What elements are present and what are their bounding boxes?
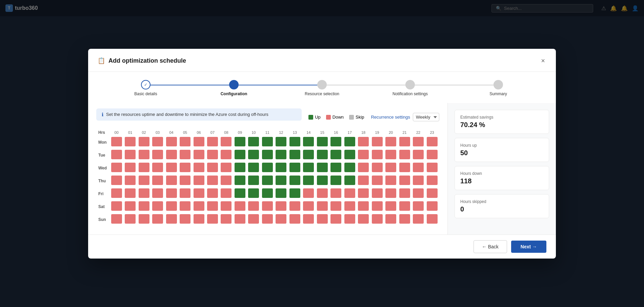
schedule-cell-block[interactable]	[399, 150, 410, 159]
table-cell[interactable]	[357, 213, 370, 226]
table-cell[interactable]	[384, 188, 397, 200]
schedule-cell-block[interactable]	[152, 201, 163, 211]
table-cell[interactable]	[384, 175, 397, 187]
table-cell[interactable]	[220, 175, 233, 187]
schedule-cell-block[interactable]	[262, 137, 273, 146]
schedule-cell-block[interactable]	[399, 176, 410, 185]
table-cell[interactable]	[316, 149, 328, 161]
schedule-cell-block[interactable]	[413, 150, 424, 159]
table-cell[interactable]	[234, 175, 246, 187]
schedule-cell-block[interactable]	[344, 150, 355, 159]
schedule-cell-block[interactable]	[427, 150, 438, 159]
next-button[interactable]: Next →	[511, 241, 546, 253]
table-cell[interactable]	[425, 201, 439, 213]
table-cell[interactable]	[288, 175, 301, 187]
table-cell[interactable]	[247, 136, 260, 148]
schedule-cell-block[interactable]	[276, 137, 286, 146]
schedule-cell-block[interactable]	[125, 214, 136, 224]
table-cell[interactable]	[206, 213, 219, 226]
schedule-cell-block[interactable]	[330, 188, 341, 198]
schedule-cell-block[interactable]	[207, 176, 218, 185]
table-cell[interactable]	[261, 188, 274, 200]
schedule-cell-block[interactable]	[221, 150, 232, 159]
table-cell[interactable]	[110, 175, 123, 187]
schedule-cell-block[interactable]	[235, 150, 245, 159]
table-cell[interactable]	[384, 201, 397, 213]
schedule-cell-block[interactable]	[235, 188, 245, 198]
schedule-cell-block[interactable]	[152, 188, 163, 198]
table-cell[interactable]	[137, 149, 150, 161]
schedule-cell-block[interactable]	[303, 201, 314, 211]
table-cell[interactable]	[343, 201, 356, 213]
table-cell[interactable]	[151, 149, 164, 161]
schedule-cell-block[interactable]	[413, 188, 424, 198]
table-cell[interactable]	[261, 175, 274, 187]
table-cell[interactable]	[316, 188, 328, 200]
table-cell[interactable]	[384, 162, 397, 174]
table-cell[interactable]	[316, 213, 328, 226]
table-cell[interactable]	[179, 175, 192, 187]
table-cell[interactable]	[137, 188, 150, 200]
table-cell[interactable]	[165, 162, 178, 174]
table-cell[interactable]	[370, 162, 383, 174]
table-cell[interactable]	[220, 136, 233, 148]
table-cell[interactable]	[288, 136, 301, 148]
schedule-cell-block[interactable]	[262, 201, 273, 211]
table-cell[interactable]	[151, 162, 164, 174]
table-cell[interactable]	[343, 188, 356, 200]
schedule-cell-block[interactable]	[166, 137, 177, 146]
schedule-cell-block[interactable]	[358, 137, 369, 146]
table-cell[interactable]	[137, 162, 150, 174]
table-cell[interactable]	[110, 188, 123, 200]
table-cell[interactable]	[412, 149, 425, 161]
table-cell[interactable]	[165, 213, 178, 226]
schedule-cell-block[interactable]	[399, 137, 410, 146]
table-cell[interactable]	[302, 149, 315, 161]
schedule-cell-block[interactable]	[139, 201, 149, 211]
schedule-cell-block[interactable]	[276, 150, 286, 159]
table-cell[interactable]	[384, 149, 397, 161]
table-cell[interactable]	[179, 136, 192, 148]
schedule-cell-block[interactable]	[427, 188, 438, 198]
schedule-cell-block[interactable]	[248, 163, 259, 172]
schedule-cell-block[interactable]	[289, 214, 300, 224]
schedule-cell-block[interactable]	[413, 163, 424, 172]
schedule-cell-block[interactable]	[139, 188, 149, 198]
table-cell[interactable]	[179, 162, 192, 174]
table-cell[interactable]	[357, 188, 370, 200]
schedule-cell-block[interactable]	[207, 137, 218, 146]
table-cell[interactable]	[220, 162, 233, 174]
table-cell[interactable]	[412, 213, 425, 226]
schedule-cell-block[interactable]	[139, 163, 149, 172]
table-cell[interactable]	[370, 213, 383, 226]
schedule-cell-block[interactable]	[385, 137, 396, 146]
schedule-cell-block[interactable]	[276, 188, 286, 198]
schedule-cell-block[interactable]	[166, 150, 177, 159]
table-cell[interactable]	[234, 213, 246, 226]
table-cell[interactable]	[302, 201, 315, 213]
schedule-cell-block[interactable]	[221, 201, 232, 211]
schedule-cell-block[interactable]	[166, 188, 177, 198]
table-cell[interactable]	[124, 201, 137, 213]
table-cell[interactable]	[110, 213, 123, 226]
schedule-cell-block[interactable]	[289, 201, 300, 211]
schedule-cell-block[interactable]	[330, 201, 341, 211]
table-cell[interactable]	[343, 162, 356, 174]
table-cell[interactable]	[206, 162, 219, 174]
schedule-cell-block[interactable]	[262, 150, 273, 159]
schedule-cell-block[interactable]	[235, 176, 245, 185]
schedule-cell-block[interactable]	[139, 137, 149, 146]
schedule-cell-block[interactable]	[303, 163, 314, 172]
schedule-cell-block[interactable]	[248, 201, 259, 211]
schedule-cell-block[interactable]	[289, 163, 300, 172]
table-cell[interactable]	[137, 136, 150, 148]
schedule-cell-block[interactable]	[372, 150, 383, 159]
schedule-cell-block[interactable]	[221, 163, 232, 172]
schedule-cell-block[interactable]	[358, 214, 369, 224]
schedule-cell-block[interactable]	[358, 150, 369, 159]
schedule-cell-block[interactable]	[139, 214, 149, 224]
schedule-cell-block[interactable]	[152, 150, 163, 159]
schedule-cell-block[interactable]	[276, 163, 286, 172]
schedule-cell-block[interactable]	[262, 188, 273, 198]
table-cell[interactable]	[137, 201, 150, 213]
